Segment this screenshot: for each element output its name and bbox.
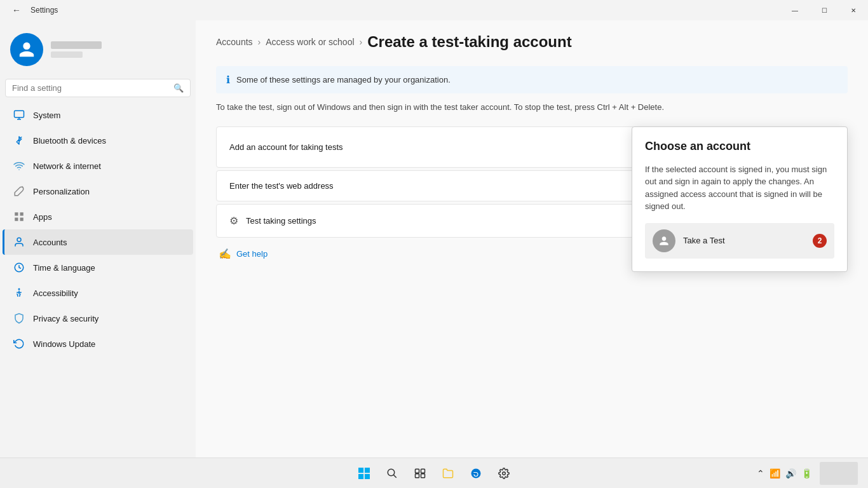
page-title: Create a test-taking account [367, 33, 571, 51]
minimize-button[interactable]: — [780, 0, 810, 20]
network-icon [13, 159, 25, 172]
clock-icon [13, 261, 25, 274]
sidebar: 🔍 System Bluetooth & devices [0, 20, 196, 458]
taskbar: ⌃ 📶 🔊 🔋 [0, 458, 868, 488]
svg-rect-4 [20, 212, 24, 215]
svg-rect-20 [421, 473, 425, 477]
sidebar-item-update[interactable]: Windows Update [3, 331, 193, 356]
svg-rect-5 [15, 218, 18, 221]
sidebar-label-apps: Apps [33, 212, 52, 222]
sidebar-label-time: Time & language [33, 263, 95, 273]
svg-point-21 [471, 468, 481, 478]
sidebar-label-update: Windows Update [33, 339, 95, 349]
profile-name-bar2 [51, 51, 83, 58]
clock-display[interactable] [820, 462, 858, 485]
choose-account-popup: Choose an account If the selected accoun… [632, 126, 848, 272]
breadcrumb-accounts[interactable]: Accounts [216, 37, 253, 47]
breadcrumb-access-work[interactable]: Access work or school [266, 37, 354, 47]
titlebar-controls: — ☐ ✕ [780, 0, 868, 20]
sidebar-label-privacy: Privacy & security [33, 314, 98, 323]
main-content: Accounts › Access work or school › Creat… [196, 20, 868, 458]
search-icon: 🔍 [173, 83, 184, 93]
sidebar-item-system[interactable]: System [3, 102, 193, 128]
taskbar-right: ⌃ 📶 🔊 🔋 [752, 462, 858, 485]
sidebar-label-network: Network & internet [33, 161, 101, 171]
titlebar: ← Settings — ☐ ✕ [0, 0, 868, 20]
maximize-button[interactable]: ☐ [810, 0, 839, 20]
breadcrumb-sep2: › [360, 37, 363, 47]
settings-container: Add an account for taking tests Add acco… [216, 126, 848, 268]
start-button[interactable] [351, 461, 377, 486]
breadcrumb: Accounts › Access work or school › Creat… [216, 33, 848, 51]
volume-icon[interactable]: 🔊 [785, 468, 796, 478]
system-tray: ⌃ 📶 🔊 🔋 [752, 468, 817, 478]
sidebar-item-apps[interactable]: Apps [3, 204, 193, 229]
update-icon [13, 337, 25, 350]
svg-rect-13 [358, 473, 363, 478]
svg-rect-0 [15, 111, 24, 118]
sidebar-item-personalization[interactable]: Personalization [3, 179, 193, 204]
profile-name-area [51, 41, 102, 58]
svg-rect-11 [358, 468, 363, 473]
popup-description: If the selected account is signed in, yo… [645, 163, 834, 213]
sidebar-item-privacy[interactable]: Privacy & security [3, 306, 193, 331]
battery-icon[interactable]: 🔋 [801, 468, 812, 478]
svg-point-9 [18, 288, 20, 290]
svg-rect-6 [20, 218, 24, 221]
accessibility-icon [13, 287, 25, 299]
edge-button[interactable] [463, 461, 489, 486]
taskbar-center [351, 461, 517, 486]
profile-name-bar [51, 41, 102, 49]
sidebar-item-network[interactable]: Network & internet [3, 153, 193, 179]
sidebar-item-accounts[interactable]: Accounts [3, 229, 193, 255]
settings-taskbar-button[interactable] [491, 461, 517, 486]
sidebar-label-system: System [33, 111, 60, 120]
info-banner-text: Some of these settings are managed by yo… [236, 75, 451, 85]
get-help-label: Get help [236, 249, 268, 259]
account-avatar [653, 229, 675, 252]
svg-point-7 [17, 238, 21, 241]
search-input[interactable] [12, 83, 168, 93]
search-taskbar-button[interactable] [379, 461, 405, 486]
svg-rect-17 [416, 469, 419, 473]
info-secondary-text: To take the test, sign out of Windows an… [216, 101, 848, 114]
task-view-button[interactable] [407, 461, 433, 486]
brush-icon [13, 185, 25, 198]
test-settings-label: Test taking settings [246, 216, 316, 226]
avatar [10, 33, 43, 66]
person-icon [13, 236, 25, 248]
sidebar-label-accounts: Accounts [33, 238, 67, 247]
badge-2: 2 [813, 234, 827, 248]
account-name: Take a Test [683, 236, 801, 245]
apps-icon [13, 210, 25, 223]
sidebar-item-bluetooth[interactable]: Bluetooth & devices [3, 128, 193, 153]
svg-point-15 [388, 469, 395, 476]
nav-items-container: System Bluetooth & devices Network & int… [0, 102, 196, 356]
file-explorer-button[interactable] [435, 461, 461, 486]
svg-rect-19 [416, 473, 419, 477]
search-box[interactable]: 🔍 [5, 79, 191, 97]
back-button[interactable]: ← [8, 1, 25, 19]
add-account-label: Add an account for taking tests [229, 142, 343, 152]
svg-line-16 [393, 475, 397, 478]
help-icon: ✍ [219, 248, 231, 260]
sidebar-item-accessibility[interactable]: Accessibility [3, 280, 193, 306]
sidebar-label-bluetooth: Bluetooth & devices [33, 136, 106, 146]
svg-rect-18 [421, 469, 425, 473]
close-button[interactable]: ✕ [839, 0, 868, 20]
info-banner: ℹ Some of these settings are managed by … [216, 66, 848, 93]
info-icon: ℹ [226, 74, 230, 86]
sidebar-label-accessibility: Accessibility [33, 288, 78, 298]
account-option[interactable]: Take a Test 2 [645, 223, 834, 259]
titlebar-title: Settings [31, 6, 58, 15]
sidebar-item-time[interactable]: Time & language [3, 255, 193, 280]
breadcrumb-sep1: › [258, 37, 261, 47]
bluetooth-icon [13, 134, 25, 147]
sidebar-profile [0, 25, 196, 76]
svg-rect-3 [15, 212, 18, 215]
chevron-up-icon[interactable]: ⌃ [757, 468, 764, 478]
shield-icon [13, 312, 25, 325]
network-tray-icon[interactable]: 📶 [770, 468, 780, 478]
gear-icon: ⚙ [229, 215, 238, 227]
sidebar-label-personalization: Personalization [33, 187, 90, 196]
